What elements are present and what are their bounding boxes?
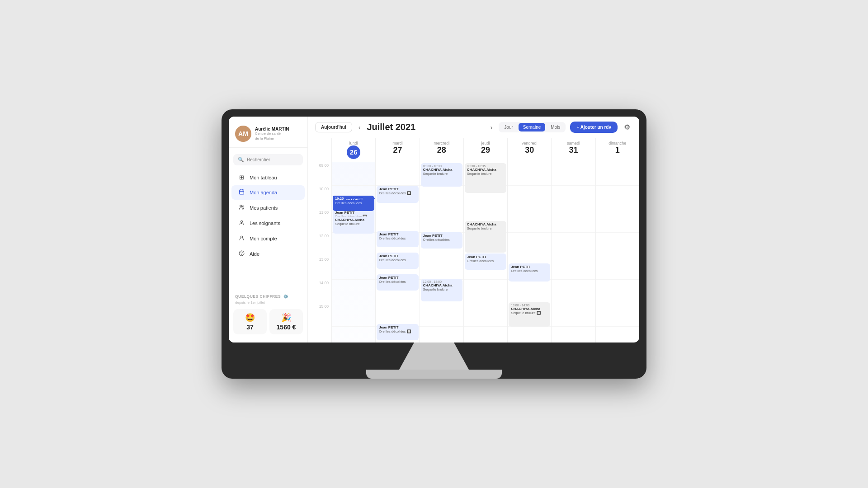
svg-point-9: [241, 236, 242, 238]
day-header-jeudi: jeudi 29: [463, 138, 507, 162]
monitor: AM Aurélie MARTIN Centre de santéde la P…: [222, 109, 646, 379]
sidebar-item-label: Mon tableau: [250, 175, 277, 180]
soignants-icon: [238, 220, 245, 227]
stand-base: [366, 370, 502, 379]
time-slot-09: 09:00: [308, 162, 331, 186]
grid-icon: ⊞: [238, 174, 245, 181]
user-text: Aurélie MARTIN Centre de santéde la Plai…: [255, 127, 289, 141]
event-jean-petit-mardi-4[interactable]: Jean PETIT Oreilles décollées: [377, 274, 418, 291]
calendar: lundi 26 mardi 27 mercredi 28 jeudi: [308, 138, 639, 343]
day-header-dimanche: dimanche 1: [595, 138, 639, 162]
svg-point-4: [240, 205, 241, 207]
stats-section-label: QUELQUES CHIFFRES ⚙️: [229, 289, 307, 300]
stat-card-consultations: 🤩 37: [233, 309, 267, 334]
time-slot-13: 13:00: [308, 256, 331, 280]
event-chachiya-mercredi-2[interactable]: 12:00 - 13:00 CHACHIYA Aicha Sequelle br…: [421, 279, 462, 301]
prev-arrow[interactable]: ‹: [357, 123, 363, 132]
svg-point-11: [241, 254, 242, 255]
sidebar-item-label: Mes patients: [250, 205, 278, 211]
event-jean-petit-mardi-5[interactable]: Jean PETIT Oreilles décollées 🔲: [377, 324, 418, 340]
svg-rect-0: [239, 190, 244, 194]
sidebar-item-agenda[interactable]: Mon agenda: [231, 185, 305, 200]
event-chachiya-jeudi-1[interactable]: 09:30 - 10:35 CHACHIYA Aicha Sequelle br…: [465, 163, 506, 193]
event-jean-petit-jeudi[interactable]: Jean PETIT Oreilles décollées: [465, 253, 506, 270]
sidebar-item-label: Les soignants: [250, 221, 280, 226]
stat-value-consultations: 37: [236, 324, 264, 331]
stat-card-honoraires: 🎉 1560 €: [269, 309, 303, 334]
settings-button[interactable]: ⚙: [622, 121, 632, 133]
sidebar-item-label: Aide: [250, 251, 259, 257]
sidebar-item-compte[interactable]: Mon compte: [231, 231, 305, 246]
svg-point-5: [242, 206, 244, 207]
main-content: Aujourd'hui ‹ Juillet 2021 › Jour Semain…: [308, 117, 639, 343]
search-box[interactable]: 🔍: [233, 154, 303, 165]
day-col-samedi[interactable]: [551, 162, 595, 343]
stand-neck: [384, 343, 484, 370]
day-header-mercredi: mercredi 28: [420, 138, 463, 162]
patients-icon: [238, 204, 245, 211]
time-slot-15: 15:00: [308, 303, 331, 327]
event-rebecca-loret-lundi[interactable]: Rebecca LORET Oreilles décollées: [333, 196, 374, 211]
stats-cards: 🤩 37 🎉 1560 €: [229, 306, 307, 337]
sidebar-item-soignants[interactable]: Les soignants: [231, 216, 305, 230]
event-chachiya-mercredi-1[interactable]: 09:30 - 10:30 CHACHIYA Aicha Sequelle br…: [421, 163, 462, 187]
search-input[interactable]: [247, 157, 298, 162]
avatar: AM: [235, 126, 251, 142]
time-slot-14: 14:00: [308, 280, 331, 303]
sidebar-item-label: Mon compte: [250, 236, 277, 241]
stats-gear-icon[interactable]: ⚙️: [283, 294, 289, 299]
search-icon: 🔍: [238, 157, 244, 163]
compte-icon: [238, 235, 245, 242]
svg-point-6: [241, 221, 242, 222]
stat-emoji-honoraires: 🎉: [272, 313, 300, 323]
event-jean-petit-mercredi[interactable]: Jean PETIT Oreilles décollées: [421, 232, 462, 249]
day-col-lundi[interactable]: 10:25 Jean PETIT Oreilles décollées 🔲 Re…: [331, 162, 375, 343]
day-header-samedi: samedi 31: [551, 138, 595, 162]
sidebar-item-aide[interactable]: Aide: [231, 247, 305, 261]
event-jean-petit-vendredi[interactable]: Jean PETIT Oreilles décollées: [509, 263, 550, 282]
time-slot-12: 12:00: [308, 233, 331, 256]
month-title: Juillet 2021: [367, 122, 484, 132]
user-info: AM Aurélie MARTIN Centre de santéde la P…: [229, 122, 307, 148]
event-jean-petit-mardi-2[interactable]: Jean PETIT Oreilles décollées: [377, 231, 418, 247]
next-arrow[interactable]: ›: [489, 123, 495, 132]
app-container: AM Aurélie MARTIN Centre de santéde la P…: [229, 117, 639, 343]
aide-icon: [238, 250, 245, 258]
user-name: Aurélie MARTIN: [255, 127, 289, 131]
day-col-mercredi[interactable]: 09:30 - 10:30 CHACHIYA Aicha Sequelle br…: [420, 162, 463, 343]
monitor-stand: [229, 343, 639, 379]
time-slot-11: 11:00: [308, 209, 331, 233]
since-label: depuis le 1er juillet: [229, 300, 307, 306]
time-column: 09:00 10:00 11:00 12:00 13:00 14:00 15:0…: [308, 162, 331, 343]
stat-emoji-consultations: 🤩: [236, 313, 264, 323]
day-col-dimanche[interactable]: [595, 162, 639, 343]
event-chachiya-lundi[interactable]: CHACHIYA Aicha Sequelle brulure: [333, 216, 374, 234]
sidebar-item-tableau[interactable]: ⊞ Mon tableau: [231, 170, 305, 184]
user-org: Centre de santéde la Plaine: [255, 131, 289, 141]
event-chachiya-jeudi-2[interactable]: CHACHIYA Aicha Sequelle brulure: [465, 221, 506, 253]
view-jour[interactable]: Jour: [500, 123, 517, 131]
screen: AM Aurélie MARTIN Centre de santéde la P…: [229, 117, 639, 343]
view-switcher: Jour Semaine Mois: [499, 122, 566, 132]
day-col-mardi[interactable]: Jean PETIT Oreilles décollées 🔲 Jean PET…: [375, 162, 419, 343]
view-mois[interactable]: Mois: [546, 123, 565, 131]
stat-value-honoraires: 1560 €: [272, 324, 300, 331]
day-col-vendredi[interactable]: Jean PETIT Oreilles décollées 13:00 - 14…: [507, 162, 551, 343]
calendar-icon: [238, 189, 245, 196]
day-header-lundi: lundi 26: [331, 138, 375, 162]
time-col-header: [308, 138, 331, 162]
event-jean-petit-mardi-3[interactable]: Jean PETIT Oreilles décollées: [377, 253, 418, 269]
day-header-mardi: mardi 27: [375, 138, 419, 162]
calendar-body: 09:00 10:00 11:00 12:00 13:00 14:00 15:0…: [308, 162, 639, 343]
event-jean-petit-mardi-1[interactable]: Jean PETIT Oreilles décollées 🔲: [377, 186, 418, 203]
sidebar-item-label: Mon agenda: [250, 190, 277, 195]
event-chachiya-vendredi[interactable]: 13:00 - 14:00 CHACHIYA Aicha Sequelle br…: [509, 302, 550, 327]
calendar-header: lundi 26 mardi 27 mercredi 28 jeudi: [308, 138, 639, 162]
sidebar: AM Aurélie MARTIN Centre de santéde la P…: [229, 117, 308, 343]
add-rdv-button[interactable]: + Ajouter un rdv: [570, 122, 618, 133]
today-button[interactable]: Aujourd'hui: [315, 122, 352, 132]
view-semaine[interactable]: Semaine: [519, 123, 545, 131]
day-header-vendredi: vendredi 30: [507, 138, 551, 162]
sidebar-item-patients[interactable]: Mes patients: [231, 201, 305, 215]
day-col-jeudi[interactable]: 09:30 - 10:35 CHACHIYA Aicha Sequelle br…: [463, 162, 507, 343]
